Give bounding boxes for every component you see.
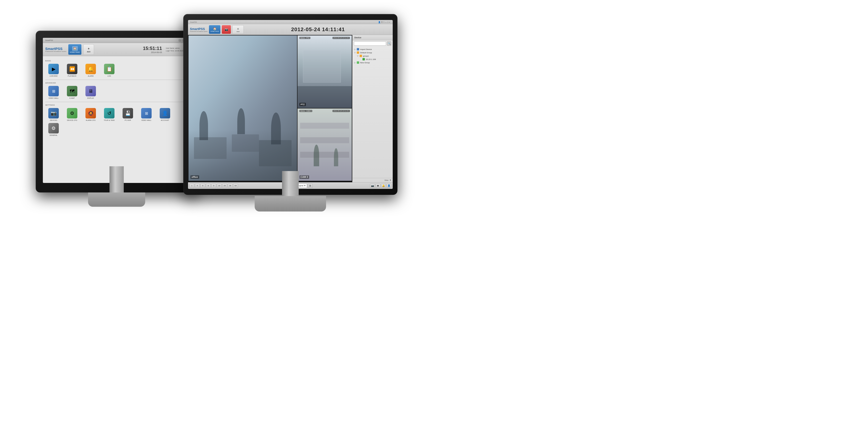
- cam-store-cell[interactable]: 2012-05-24 14:11:41 Demo - CAM 3 CAM 3: [298, 108, 352, 181]
- playback-icon: ⏪: [67, 64, 78, 74]
- sidebar-search: 🔍: [352, 40, 393, 46]
- tree-item-import[interactable]: ▷ Import Device: [354, 48, 391, 51]
- store-name-badge: Demo - CAM 3: [300, 110, 312, 112]
- alarmcfg-icon-btn[interactable]: 🔕 ALARM CFG: [82, 108, 99, 121]
- log-icon: 📋: [104, 64, 115, 74]
- minimize-button[interactable]: _: [179, 39, 181, 42]
- dropdown-arrow: ▼: [304, 185, 306, 187]
- tree-item-new-group[interactable]: ▷ New Group: [354, 61, 391, 64]
- add-button[interactable]: + ADD: [83, 44, 94, 55]
- ptz-badge: PTZ: [300, 103, 306, 106]
- account-label: ACCOUNT: [161, 119, 169, 121]
- monitor-right-base: [255, 196, 326, 212]
- tree-item-default-group[interactable]: ▽ Default Group: [354, 51, 391, 54]
- general-icon-btn[interactable]: ⚙ GENERAL: [45, 123, 62, 136]
- shelf-3: [300, 152, 349, 157]
- office-cam-label: office: [190, 175, 199, 179]
- audio-btn[interactable]: 🔔: [381, 184, 386, 188]
- general-label: GENERAL: [50, 134, 57, 136]
- videowall2-icon-btn[interactable]: ⊞ VIDEO WALL: [138, 108, 155, 121]
- tourtask-icon: ↺: [104, 108, 115, 119]
- device-tree: ▷ Import Device ▽ Default Group: [352, 46, 393, 178]
- lv-add-btn[interactable]: + ADD: [232, 25, 244, 34]
- videowall2-label: VIDEO WALL: [142, 119, 152, 121]
- account-icon-btn[interactable]: 👤 ACCOUNT: [157, 108, 173, 121]
- emap-icon: 🗺: [67, 86, 78, 96]
- lv-timestamp: 2012-05-24 14:11:41: [245, 26, 391, 33]
- person-2: [237, 108, 245, 134]
- pcnvr-label: PC-NVR: [125, 119, 131, 121]
- store-bg: [298, 108, 352, 181]
- display-icon-btn[interactable]: 🖥 DISPLAY: [82, 86, 99, 99]
- monitor-right-screen: SmartPSS 👤 ☰ ? — □ × SmartPSS Profession…: [188, 20, 393, 189]
- device-icon: [363, 58, 365, 60]
- alarm-label: ALARM: [88, 75, 94, 77]
- tourtask-icon-btn[interactable]: ↺ TOUR & TASK: [101, 108, 118, 121]
- videowall-label: VIDEO WALL: [49, 97, 59, 99]
- monitor-right-bezel: SmartPSS 👤 ☰ ? — □ × SmartPSS Profession…: [183, 14, 398, 195]
- pcnvr-icon-btn[interactable]: 💾 PC-NVR: [120, 108, 136, 121]
- lv-main: office 2012-05-24 14:11:41 Dem: [188, 35, 393, 182]
- layout-25-btn[interactable]: 25: [222, 184, 227, 188]
- home-btn-label: HOME PAGE: [70, 52, 80, 53]
- devicecfg-icon-btn[interactable]: ⚙ DEVICE CFG: [64, 108, 81, 121]
- layout-16-btn[interactable]: 16: [217, 184, 222, 188]
- layout-1-btn[interactable]: 1: [189, 184, 194, 188]
- monitor-left-neck: [110, 166, 124, 192]
- display-label: DISPLAY: [87, 97, 94, 99]
- lv-home-icon: 🏠: [213, 27, 217, 30]
- playback-icon-btn[interactable]: ⏪ PLAYBACK: [64, 64, 81, 77]
- layout-4-btn[interactable]: 4: [195, 184, 200, 188]
- lv-add-label: ADD: [237, 31, 240, 32]
- ptz-name-badge: Demo - PTZ: [300, 37, 310, 39]
- desk-2: [232, 134, 259, 152]
- layout-36-btn[interactable]: 36: [228, 184, 232, 188]
- emap-icon-btn[interactable]: 🗺 E-MAP: [64, 86, 81, 99]
- smartpss-logo: SmartPSS Professional Surveillance Syste…: [45, 46, 66, 52]
- import-label: Import Device: [360, 48, 372, 51]
- alarmcfg-label: ALARM CFG: [86, 119, 96, 121]
- record-btn[interactable]: ⏺: [376, 184, 380, 188]
- device-ip-label: 10.15.1.108: [366, 58, 376, 60]
- layout-9-btn[interactable]: 9: [211, 184, 216, 188]
- expand-icon: ▷: [354, 48, 356, 50]
- expand-icon-2: ▽: [354, 52, 356, 54]
- pcnvr-icon: 💾: [123, 108, 133, 119]
- devices-icon-btn[interactable]: 📷 DEVICES: [45, 108, 62, 121]
- smartpss-app: SmartPSS _ □ × SmartPSS Professional Sur…: [43, 38, 190, 183]
- expand-icon-4: [360, 58, 362, 60]
- shelf-2: [300, 137, 349, 143]
- devices-icon: 📷: [48, 108, 59, 119]
- display-icon: 🖥: [86, 86, 96, 96]
- videowall-icon-btn[interactable]: ⊞ VIDEO WALL: [45, 86, 62, 99]
- log-icon-btn[interactable]: 📋 LOG: [101, 64, 118, 77]
- basic-icon-grid: ▶ LIVEVIEW ⏪ PLAYBACK 🔔 ALARM: [45, 64, 188, 77]
- sidebar-search-button[interactable]: 🔍: [387, 41, 391, 46]
- store-cam-label: CAM 3: [300, 175, 309, 179]
- store-person-1: [314, 145, 319, 166]
- layout-8-btn[interactable]: 8: [206, 184, 211, 188]
- logo-text: SmartPSS: [45, 46, 63, 51]
- alarm-icon-btn[interactable]: 🔔 ALARM: [82, 64, 99, 77]
- cam-office-cell[interactable]: office: [188, 35, 297, 181]
- lv-cam-btn[interactable]: 📷: [222, 25, 231, 34]
- app-header: SmartPSS Professional Surveillance Syste…: [43, 43, 190, 56]
- lv-home-btn[interactable]: 🏠 HOME PAGE: [209, 25, 220, 34]
- snapshot-btn[interactable]: 📷: [370, 184, 375, 188]
- home-page-button[interactable]: 🏠 HOME PAGE: [68, 44, 82, 55]
- new-group-icon: [357, 61, 359, 64]
- tree-item-device[interactable]: 10.15.1.108: [354, 58, 391, 61]
- layout-64-btn[interactable]: 64: [233, 184, 238, 188]
- layout-6-btn[interactable]: 6: [200, 184, 205, 188]
- cam-ptz-cell[interactable]: 2012-05-24 14:11:41 Demo - PTZ PTZ: [298, 35, 352, 108]
- tree-item-group1[interactable]: ▽ group1: [354, 54, 391, 58]
- shelf-1: [300, 123, 349, 128]
- sidebar-search-input[interactable]: [354, 41, 386, 46]
- person-1: [199, 111, 208, 140]
- fullscreen-btn[interactable]: ⊞: [308, 184, 312, 188]
- lv-logo: SmartPSS Professional Surveillance Syste…: [190, 27, 208, 32]
- videowall-icon: ⊞: [48, 86, 59, 96]
- app-title-text: SmartPSS: [45, 39, 53, 41]
- liveview-icon-btn[interactable]: ▶ LIVEVIEW: [45, 64, 62, 77]
- person-btn[interactable]: 👤: [386, 184, 391, 188]
